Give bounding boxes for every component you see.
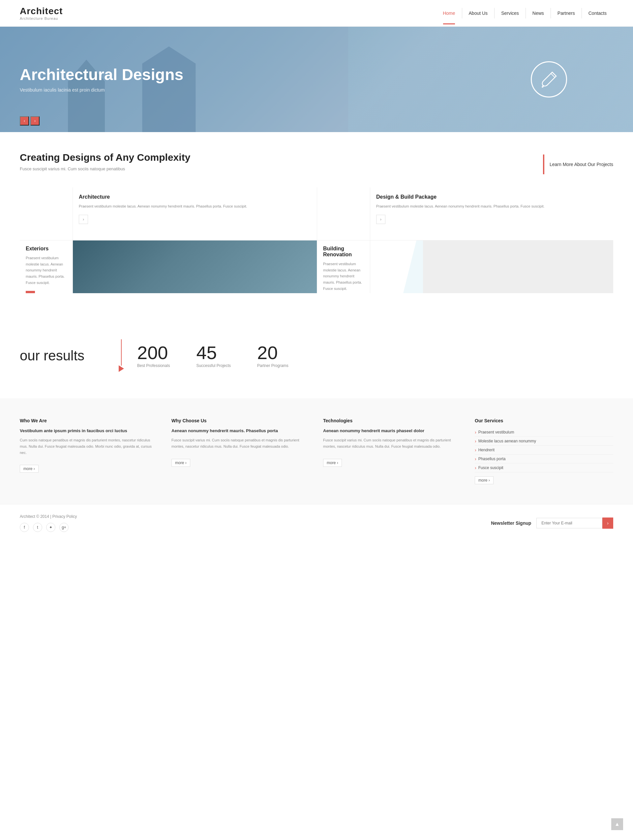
info-service-item: Hendrerit: [475, 446, 613, 455]
footer-right: Newsletter Signup ›: [491, 518, 613, 529]
social-instagram[interactable]: ✦: [46, 523, 55, 532]
footer-social: f t ✦ g+: [20, 523, 77, 532]
service-ext-text: Praesent vestibulum molestie lacus. Aene…: [26, 255, 66, 286]
hero-prev-btn[interactable]: ‹: [20, 116, 29, 125]
logo: Architect Architecture Bureau: [20, 6, 63, 21]
stat-professionals-label: Best Professionals: [137, 363, 170, 368]
header: Architect Architecture Bureau Home About…: [0, 0, 633, 27]
results-divider: [119, 339, 124, 372]
hero-section: Architectural Designs Vestibulum iaculis…: [0, 27, 633, 132]
designs-right: Learn More About Our Projects: [543, 152, 613, 174]
hero-subtitle: Vestibulum iaculis lacinia est proin dic…: [20, 87, 183, 93]
designs-subtitle: Fusce suscipit varius mi. Cum sociis nat…: [20, 166, 190, 171]
newsletter-input[interactable]: [536, 518, 602, 528]
info-service-item: Praesent vestibulum: [475, 428, 613, 437]
info-who-subheading: Vestibulum ante ipsum primis in faucibus…: [20, 428, 158, 434]
info-why-text: Fusce suscipit varius mi. Cum sociis nat…: [171, 437, 310, 449]
stat-projects-label: Successful Projects: [196, 363, 231, 368]
services-grid: Architecture Praesent vestibulum molesti…: [20, 188, 613, 293]
results-stats: 200 Best Professionals 45 Successful Pro…: [137, 344, 288, 368]
service-dome-image: [370, 240, 423, 293]
designs-section: Creating Designs of Any Complexity Fusce…: [0, 132, 633, 188]
service-design-title: Design & Build Package: [376, 194, 608, 200]
info-who-we-are: Who We Are Vestibulum ante ipsum primis …: [20, 418, 158, 484]
service-design-text: Praesent vestibulum molestie lacus. Aene…: [376, 203, 608, 210]
service-pool-image: [73, 240, 317, 293]
nav-contacts[interactable]: Contacts: [582, 8, 613, 19]
info-who-heading: Who We Are: [20, 418, 158, 423]
info-service-item: Fusce suscipit: [475, 464, 613, 472]
info-our-services: Our Services Praesent vestibulum Molesti…: [475, 418, 613, 484]
service-renovation-card: Building Renovation Praesent vestibulum …: [317, 240, 370, 293]
service-arch-btn[interactable]: ›: [79, 215, 88, 224]
info-why-subheading: Aenean nonummy hendrerit mauris. Phasell…: [171, 428, 310, 434]
designs-title: Creating Designs of Any Complexity: [20, 152, 190, 163]
stat-partners-number: 20: [257, 344, 288, 362]
info-service-item: Molestie lacus aenean nonummy: [475, 437, 613, 446]
info-tech-heading: Technologies: [323, 418, 462, 423]
service-arch-image: [20, 188, 73, 240]
hero-glass: [348, 27, 633, 132]
info-service-item: Phasellus porta: [475, 455, 613, 464]
footer: Architect © 2014 | Privacy Policy f t ✦ …: [0, 504, 633, 542]
info-section: Who We Are Vestibulum ante ipsum primis …: [0, 398, 633, 504]
nav-partners[interactable]: Partners: [551, 8, 582, 19]
hero-content: Architectural Designs Vestibulum iaculis…: [0, 66, 203, 93]
stat-partners-label: Partner Programs: [257, 363, 288, 368]
stat-projects: 45 Successful Projects: [196, 344, 231, 368]
hero-next-btn[interactable]: ›: [30, 116, 40, 125]
nav-services[interactable]: Services: [495, 8, 526, 19]
nav-home[interactable]: Home: [436, 8, 462, 19]
service-ext-btn[interactable]: ›: [26, 291, 35, 293]
info-technologies: Technologies Aenean nonummy hendrerit ma…: [323, 418, 462, 484]
results-divider-line: [121, 339, 122, 366]
nav-news[interactable]: News: [526, 8, 551, 19]
stat-professionals: 200 Best Professionals: [137, 344, 170, 368]
footer-copy: Architect © 2014 | Privacy Policy: [20, 514, 77, 519]
stat-projects-number: 45: [196, 344, 231, 362]
info-services-heading: Our Services: [475, 418, 613, 423]
results-section: our results 200 Best Professionals 45 Su…: [0, 313, 633, 398]
results-label: our results: [20, 348, 106, 364]
stat-partners: 20 Partner Programs: [257, 344, 288, 368]
logo-subtitle: Architecture Bureau: [20, 16, 63, 21]
info-why-heading: Why Choose Us: [171, 418, 310, 423]
social-twitter[interactable]: t: [33, 523, 42, 532]
service-arch-title: Architecture: [79, 194, 311, 200]
social-google-plus[interactable]: g+: [59, 523, 68, 532]
info-tech-subheading: Aenean nonummy hendrerit mauris phaseel …: [323, 428, 462, 434]
results-arrow-icon: [119, 365, 124, 372]
service-architecture-card: Architecture Praesent vestibulum molesti…: [73, 188, 317, 240]
red-divider: [543, 155, 544, 174]
service-reno-text: Praesent vestibulum molestie lacus. Aene…: [323, 261, 364, 292]
hero-brush-icon: [531, 61, 567, 98]
info-tech-text: Fusce suscipit varius mi. Cum sociis nat…: [323, 437, 462, 449]
footer-left: Architect © 2014 | Privacy Policy f t ✦ …: [20, 514, 77, 532]
main-nav: Home About Us Services News Partners Con…: [436, 8, 613, 19]
hero-arrows: ‹ ›: [20, 116, 40, 125]
info-who-more[interactable]: more ›: [20, 465, 39, 473]
learn-more-link[interactable]: Learn More About Our Projects: [549, 162, 613, 167]
service-design-card: Design & Build Package Praesent vestibul…: [370, 188, 614, 240]
info-who-text: Cum sociis natoque penatibus et magnis d…: [20, 437, 158, 456]
info-services-more[interactable]: more ›: [475, 476, 494, 484]
info-tech-more[interactable]: more ›: [323, 459, 342, 467]
logo-title: Architect: [20, 6, 63, 16]
stat-professionals-number: 200: [137, 344, 170, 362]
newsletter-submit-btn[interactable]: ›: [602, 518, 613, 529]
social-facebook[interactable]: f: [20, 523, 29, 532]
designs-left: Creating Designs of Any Complexity Fusce…: [20, 152, 190, 171]
service-reno-title: Building Renovation: [323, 246, 364, 257]
service-design-btn[interactable]: ›: [376, 215, 385, 224]
info-why-choose: Why Choose Us Aenean nonummy hendrerit m…: [171, 418, 310, 484]
service-exteriors-card: Exteriors Praesent vestibulum molestie l…: [20, 240, 73, 293]
service-ext-title: Exteriors: [26, 246, 66, 252]
service-arch-text: Praesent vestibulum molestie lacus. Aene…: [79, 203, 311, 210]
info-why-more[interactable]: more ›: [171, 459, 190, 467]
service-design-image: [317, 188, 370, 240]
nav-about[interactable]: About Us: [462, 8, 495, 19]
info-services-list: Praesent vestibulum Molestie lacus aenea…: [475, 428, 613, 472]
newsletter-label: Newsletter Signup: [491, 521, 531, 526]
hero-title: Architectural Designs: [20, 66, 183, 84]
